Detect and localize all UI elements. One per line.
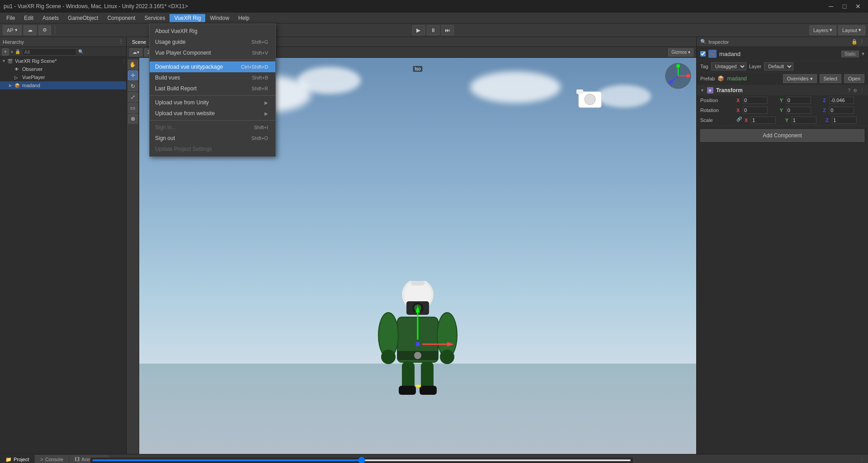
- hierarchy-item-vueplayer[interactable]: ▷ VuePlayer: [0, 73, 126, 81]
- scale-z-input[interactable]: [832, 117, 857, 124]
- inspector-header: 🔍 Inspector 🔒 ⋮: [697, 37, 868, 47]
- gizmos-button[interactable]: Gizmos ▾: [668, 48, 693, 56]
- cloud-3: [470, 71, 561, 103]
- layers-button[interactable]: Layers ▾: [809, 25, 836, 35]
- pause-button[interactable]: ⏸: [427, 25, 439, 35]
- layout-button[interactable]: Layout ▾: [838, 25, 865, 35]
- account-button[interactable]: AP ▾: [3, 25, 22, 35]
- layer-select[interactable]: Default: [764, 62, 793, 70]
- scene-tab[interactable]: Scene: [127, 37, 152, 47]
- gear-icon: ⚙: [42, 27, 47, 33]
- tag-label: Tag: [700, 64, 708, 69]
- submenu-arrow-icon: ▶: [264, 111, 268, 116]
- menu-last-build-report[interactable]: Last Build Report Shift+R: [150, 83, 275, 94]
- close-button[interactable]: ✕: [852, 0, 864, 13]
- transform-help-icon[interactable]: ?: [848, 88, 850, 93]
- menu-upload-from-unity[interactable]: Upload vue from Unity ▶: [150, 97, 275, 108]
- select-button[interactable]: Select: [820, 74, 842, 83]
- object-active-checkbox[interactable]: [700, 51, 706, 56]
- z-axis-label: Z: [826, 117, 831, 123]
- toolbar-separator-1: [55, 26, 55, 35]
- menu-item-label: Download vue unitypackage: [155, 64, 223, 70]
- position-y-input[interactable]: [786, 97, 811, 104]
- menu-component[interactable]: Component: [103, 14, 140, 22]
- menu-item-label: About VueXR Rig: [155, 28, 198, 34]
- hierarchy-item-vuexr-scene[interactable]: ▼ 🎬 VueXR Rig Scene* ⋮: [0, 57, 126, 65]
- menu-help[interactable]: Help: [234, 14, 254, 22]
- move-tool[interactable]: ✛: [128, 70, 138, 80]
- hand-tool[interactable]: ✋: [128, 60, 138, 70]
- menu-vuexr-rig[interactable]: VueXR Rig: [170, 14, 205, 22]
- hierarchy-dropdown-icon[interactable]: ▾: [11, 50, 13, 54]
- menu-about-vuexr[interactable]: About VueXR Rig: [150, 26, 275, 37]
- add-component-button[interactable]: Add Component: [700, 129, 864, 142]
- rotation-label: Rotation: [700, 108, 736, 113]
- shortcut-label: Ctrl+Shift+D: [241, 64, 268, 70]
- hierarchy-add-button[interactable]: +: [2, 48, 9, 56]
- tab-console[interactable]: > Console: [35, 455, 69, 463]
- static-dropdown-icon[interactable]: ▾: [862, 51, 864, 57]
- scale-link-icon: 🔗: [736, 117, 742, 124]
- transform-settings-icon[interactable]: ⚙: [853, 88, 857, 93]
- menu-usage-guide[interactable]: Usage guide Shift+G: [150, 37, 275, 47]
- menu-file[interactable]: File: [2, 14, 19, 22]
- settings-button[interactable]: ⚙: [38, 25, 51, 35]
- position-x-input[interactable]: [743, 97, 768, 104]
- menu-window[interactable]: Window: [205, 14, 234, 22]
- overrides-button[interactable]: Overrides ▾: [783, 74, 817, 83]
- titlebar-left: pu1 - VueXR Rig Scene - Windows, Mac, Li…: [4, 3, 188, 9]
- position-z-input[interactable]: [829, 97, 854, 104]
- menu-upload-from-website[interactable]: Upload vue from website ▶: [150, 108, 275, 119]
- inspector-header-left: 🔍 Inspector: [700, 39, 729, 45]
- scale-x-input[interactable]: [751, 117, 776, 124]
- transform-menu-icon[interactable]: ⋮: [860, 88, 864, 93]
- inspector-lock-icon[interactable]: 🔒: [851, 39, 858, 45]
- shading-button[interactable]: ☁▾: [129, 48, 142, 56]
- transform-tool[interactable]: ⊕: [128, 114, 138, 124]
- rotation-z-input[interactable]: [829, 107, 854, 114]
- menu-edit[interactable]: Edit: [19, 14, 38, 22]
- menu-build-vues[interactable]: Build vues Shift+B: [150, 72, 275, 83]
- bottom-panel-menu[interactable]: ⋮: [856, 457, 868, 462]
- rotation-x-input[interactable]: [743, 107, 768, 114]
- hierarchy-menu-icon[interactable]: ⋮: [118, 39, 123, 45]
- menu-download-unity-package[interactable]: Download vue unitypackage Ctrl+Shift+D: [150, 61, 275, 72]
- svg-point-12: [440, 350, 454, 364]
- menu-sign-out[interactable]: Sign out Shift+O: [150, 133, 275, 144]
- tab-project[interactable]: 📁 Project: [0, 455, 35, 463]
- hierarchy-search-input[interactable]: [22, 48, 76, 56]
- titlebar-controls[interactable]: ─ □ ✕: [825, 0, 864, 13]
- cloud-button[interactable]: ☁: [24, 25, 37, 35]
- play-button[interactable]: ▶: [412, 25, 425, 35]
- scene-icon: 🎬: [7, 59, 14, 64]
- hierarchy-item-observer[interactable]: 👁 Observer: [0, 65, 126, 73]
- tag-select[interactable]: Untagged: [711, 62, 746, 70]
- rect-tool[interactable]: ▭: [128, 103, 138, 113]
- rotation-y-field: Y: [780, 107, 821, 114]
- hierarchy-item-label: madand: [22, 83, 40, 88]
- hierarchy-lock-icon[interactable]: 🔒: [15, 49, 20, 54]
- hierarchy-item-menu[interactable]: ⋮: [122, 59, 126, 64]
- open-button[interactable]: Open: [844, 74, 864, 83]
- step-button[interactable]: ⏭: [441, 25, 454, 35]
- minimize-button[interactable]: ─: [825, 0, 837, 13]
- shortcut-label: Shift+I: [254, 125, 269, 130]
- rotation-y-input[interactable]: [786, 107, 811, 114]
- inspector-menu-icon[interactable]: ⋮: [859, 39, 864, 45]
- scale-y-input[interactable]: [792, 117, 816, 124]
- menu-item-label: Vue Player Component: [155, 50, 211, 56]
- menu-assets[interactable]: Assets: [38, 14, 63, 22]
- prefab-label: Prefab: [700, 76, 715, 81]
- scale-tool[interactable]: ⤢: [128, 92, 138, 102]
- hierarchy-item-madand[interactable]: ▶ 📦 madand: [0, 81, 126, 89]
- menu-gameobject[interactable]: GameObject: [63, 14, 103, 22]
- transform-header[interactable]: ▼ ⊕ Transform ? ⚙ ⋮: [697, 85, 868, 95]
- object-icon: 🎮: [710, 51, 715, 56]
- rotate-tool[interactable]: ↻: [128, 81, 138, 91]
- menu-services[interactable]: Services: [140, 14, 170, 22]
- hierarchy-toolbar: + ▾ 🔒 🔍: [0, 47, 126, 57]
- maximize-button[interactable]: □: [838, 0, 851, 13]
- hierarchy-header-left: Hierarchy: [3, 39, 24, 45]
- menu-vue-player-component[interactable]: Vue Player Component Shift+V: [150, 47, 275, 58]
- inspector-header-right: 🔒 ⋮: [851, 39, 864, 45]
